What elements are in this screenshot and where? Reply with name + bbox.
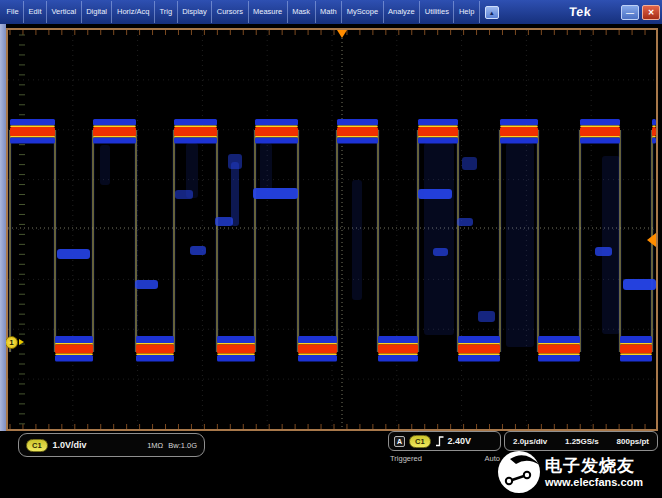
trigger-channel-pill: C1 xyxy=(409,435,431,448)
menu-item-mask[interactable]: Mask xyxy=(288,1,316,23)
trigger-level: 2.40V xyxy=(448,436,472,446)
caret-icon: ▴ xyxy=(490,9,494,16)
menu-item-analyze[interactable]: Analyze xyxy=(384,1,421,23)
close-button[interactable]: ✕ xyxy=(642,5,660,20)
menu-extra-button[interactable]: ▴ xyxy=(485,6,499,19)
elecfans-watermark: 电子发烧友 www.elecfans.com xyxy=(497,446,660,498)
menu-item-digital[interactable]: Digital xyxy=(82,1,113,23)
trigger-status-row: Triggered Auto xyxy=(390,454,500,463)
menu-item-trig[interactable]: Trig xyxy=(155,1,178,23)
channel1-arrow-icon xyxy=(19,339,24,345)
menu-item-cursors[interactable]: Cursors xyxy=(212,1,248,23)
channel1-impedance: 1MΩ xyxy=(147,441,163,450)
readout-bar: C1 1.0V/div 1MΩ Bw:1.0G A C1 2.40V Trigg… xyxy=(0,431,662,498)
trigger-status: Triggered xyxy=(390,454,422,463)
window-edge-strip xyxy=(0,24,6,498)
menu-item-horiz-acq[interactable]: Horiz/Acq xyxy=(112,1,155,23)
menu-item-math[interactable]: Math xyxy=(316,1,343,23)
menu-item-myscope[interactable]: MyScope xyxy=(342,1,383,23)
channel1-badge: 1 xyxy=(5,336,18,349)
menu-item-vertical[interactable]: Vertical xyxy=(47,1,82,23)
channel1-position-marker[interactable]: 1 xyxy=(5,335,27,349)
minimize-button[interactable]: — xyxy=(621,5,639,20)
minimize-icon: — xyxy=(626,8,634,17)
menu-item-utilities[interactable]: Utilities xyxy=(420,1,454,23)
rising-edge-icon xyxy=(435,435,444,447)
close-icon: ✕ xyxy=(648,8,655,17)
menu-item-file[interactable]: File xyxy=(2,1,24,23)
channel1-bandwidth: Bw:1.0G xyxy=(168,441,197,450)
tek-logo: Tek xyxy=(568,5,591,19)
timebase: 2.0μs/div xyxy=(513,437,547,446)
watermark-name: 电子发烧友 xyxy=(545,456,643,476)
waveform-display[interactable]: 1 xyxy=(8,30,656,429)
scope-canvas[interactable] xyxy=(8,30,656,429)
menu-bar: FileEditVerticalDigitalHoriz/AcqTrigDisp… xyxy=(0,0,662,24)
channel1-scale: 1.0V/div xyxy=(53,440,87,450)
watermark-url: www.elecfans.com xyxy=(545,476,643,489)
channel1-pill: C1 xyxy=(26,439,48,452)
trigger-source-badge: A xyxy=(394,436,405,447)
trigger-readout[interactable]: A C1 2.40V xyxy=(388,431,501,451)
menu-item-edit[interactable]: Edit xyxy=(24,1,47,23)
watermark-text: 电子发烧友 www.elecfans.com xyxy=(545,456,643,489)
oscilloscope-window: FileEditVerticalDigitalHoriz/AcqTrigDisp… xyxy=(0,0,662,498)
menu-item-display[interactable]: Display xyxy=(178,1,213,23)
record-resolution: 800ps/pt xyxy=(617,437,649,446)
channel1-readout[interactable]: C1 1.0V/div 1MΩ Bw:1.0G xyxy=(18,433,205,457)
menu-item-measure[interactable]: Measure xyxy=(249,1,288,23)
menu-item-help[interactable]: Help xyxy=(454,1,479,23)
elecfans-logo-icon xyxy=(497,450,541,494)
sample-rate: 1.25GS/s xyxy=(565,437,599,446)
menu-items: FileEditVerticalDigitalHoriz/AcqTrigDisp… xyxy=(2,1,480,23)
